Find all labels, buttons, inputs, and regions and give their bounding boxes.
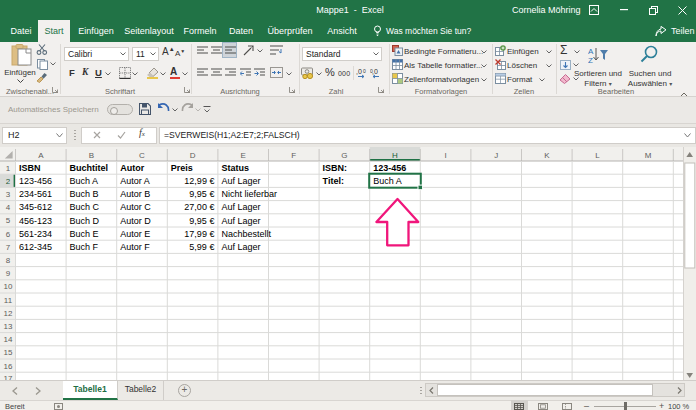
svg-text:15: 15 [4,348,13,357]
svg-text:Buch F: Buch F [70,242,99,252]
svg-text:Autor B: Autor B [120,189,150,199]
svg-text:0: 0 [370,68,373,74]
svg-text:Buch E: Buch E [70,229,99,239]
svg-text:612-345: 612-345 [19,242,52,252]
svg-text:11: 11 [4,296,13,305]
svg-text:12: 12 [4,309,13,318]
svg-text:K: K [544,151,550,160]
svg-text:3: 3 [6,190,11,199]
svg-text:2: 2 [6,177,11,186]
svg-text:456-123: 456-123 [19,216,52,226]
svg-text:14: 14 [4,335,13,344]
svg-text:Autor F: Autor F [120,242,150,252]
svg-text:Auf Lager: Auf Lager [221,216,260,226]
svg-text:Z: Z [588,56,593,64]
svg-text:123-456: 123-456 [373,163,406,173]
svg-text:ISBN:: ISBN: [323,163,348,173]
svg-text:Auf Lager: Auf Lager [221,176,260,186]
svg-text:Autor A: Autor A [120,176,150,186]
svg-text:Buchtitel: Buchtitel [70,163,109,173]
svg-text:C: C [139,151,145,160]
svg-text:10: 10 [4,282,13,291]
svg-text:J: J [494,151,498,160]
svg-text:4: 4 [6,203,11,212]
svg-text:B: B [89,151,94,160]
svg-text:A: A [588,47,594,56]
svg-text:17,99 €: 17,99 € [184,229,214,239]
svg-text:345-612: 345-612 [19,202,52,212]
svg-text:E: E [241,151,246,160]
svg-text:234-561: 234-561 [19,189,52,199]
svg-text:8: 8 [6,256,11,265]
svg-text:I: I [444,151,446,160]
svg-text:M: M [645,151,652,160]
svg-text:Nicht lieferbar: Nicht lieferbar [221,189,277,199]
svg-text:6: 6 [6,230,11,239]
svg-text:Auf Lager: Auf Lager [221,202,260,212]
svg-text:Nachbestellt: Nachbestellt [221,229,271,239]
svg-text:F: F [291,151,296,160]
svg-text:Buch A: Buch A [70,176,99,186]
svg-text:ISBN: ISBN [19,163,41,173]
svg-text:H: H [392,151,398,160]
svg-text:9,95 €: 9,95 € [189,189,214,199]
svg-text:,0: ,0 [372,68,378,75]
svg-text:L: L [595,151,600,160]
svg-text:Buch D: Buch D [70,216,100,226]
svg-text:13: 13 [4,322,13,331]
svg-text:1: 1 [6,164,11,173]
svg-text:0: 0 [363,68,366,74]
svg-text:123-456: 123-456 [19,176,52,186]
svg-text:12,99 €: 12,99 € [184,176,214,186]
svg-text:5: 5 [6,216,11,225]
svg-text:Preis: Preis [171,163,193,173]
svg-text:Buch A: Buch A [373,176,402,186]
svg-text:G: G [341,151,347,160]
svg-text:Status: Status [221,163,249,173]
svg-text:7: 7 [6,243,11,252]
svg-text:Autor D: Autor D [120,216,151,226]
svg-text:Autor: Autor [120,163,144,173]
svg-text:9,95 €: 9,95 € [189,216,214,226]
svg-text:561-234: 561-234 [19,229,52,239]
svg-text:A: A [38,151,44,160]
svg-text:5,99 €: 5,99 € [189,242,214,252]
svg-text:16: 16 [4,362,13,371]
svg-text:Buch C: Buch C [70,202,100,212]
svg-text:D: D [190,151,196,160]
svg-text:Autor C: Autor C [120,202,151,212]
svg-text:Auf Lager: Auf Lager [221,242,260,252]
svg-text:,0: ,0 [356,68,362,75]
svg-text:Titel:: Titel: [323,176,344,186]
svg-text:9: 9 [6,269,11,278]
svg-text:Buch B: Buch B [70,189,99,199]
svg-text:27,00 €: 27,00 € [184,202,214,212]
svg-text:Autor E: Autor E [120,229,150,239]
